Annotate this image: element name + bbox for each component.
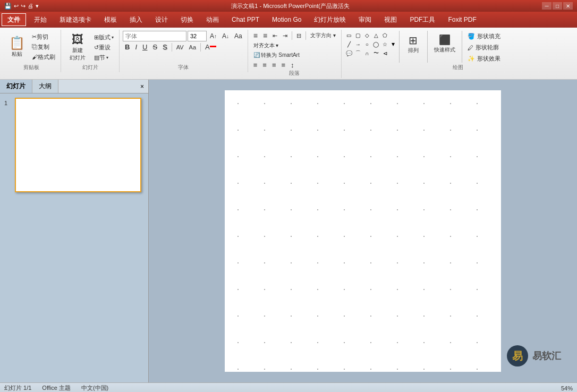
slides-label: 幻灯片 bbox=[61, 64, 119, 71]
copy-button[interactable]: ⿻ 复制 bbox=[30, 42, 57, 52]
review-menu[interactable]: 审阅 bbox=[352, 12, 378, 28]
shape-connector[interactable]: ⌒ bbox=[354, 49, 362, 57]
increase-indent-button[interactable]: ⇥ bbox=[281, 32, 290, 40]
file-menu[interactable]: 文件 bbox=[2, 13, 26, 26]
design-menu[interactable]: 设计 bbox=[149, 12, 174, 28]
slideshow-menu[interactable]: 幻灯片放映 bbox=[308, 12, 352, 28]
layout-button[interactable]: ⊞ 版式▾ bbox=[92, 33, 116, 42]
transitions-menu[interactable]: 切换 bbox=[174, 12, 200, 28]
cut-button[interactable]: ✂ 剪切 bbox=[30, 32, 57, 41]
numbering-button[interactable]: ≡ bbox=[261, 31, 269, 40]
quick-styles-button[interactable]: ⬛ 快速样式 bbox=[431, 31, 459, 57]
home-menu[interactable]: 开始 bbox=[28, 12, 53, 28]
ribbon-content: 📋 粘贴 ✂ 剪切 ⿻ 复制 🖌 格式刷 bbox=[0, 29, 577, 79]
zoom-level[interactable]: 54% bbox=[561, 385, 573, 391]
text-direction-button[interactable]: 文字方向 ▾ bbox=[308, 31, 338, 40]
minimize-button[interactable]: ─ bbox=[542, 2, 551, 10]
template-menu[interactable]: 模板 bbox=[98, 12, 123, 28]
slide-canvas[interactable] bbox=[225, 90, 501, 372]
align-right-button[interactable]: ≡ bbox=[270, 61, 278, 70]
shape-fill-button[interactable]: 🪣 形状填充 bbox=[465, 32, 503, 41]
canvas-area[interactable]: 易 易软汇 bbox=[149, 80, 577, 382]
align-text-button[interactable]: 对齐文本 ▾ bbox=[251, 41, 281, 50]
shape-rounded-rect[interactable]: ▢ bbox=[354, 31, 362, 39]
save-icon[interactable]: 💾 bbox=[4, 3, 12, 10]
shape-circle[interactable]: ○ bbox=[363, 40, 371, 48]
shape-more[interactable]: ⬠ bbox=[381, 31, 389, 39]
maximize-button[interactable]: □ bbox=[553, 2, 562, 10]
format-painter-icon: 🖌 bbox=[32, 54, 38, 60]
format-painter-button[interactable]: 🖌 格式刷 bbox=[30, 53, 57, 62]
strikethrough-button[interactable]: S bbox=[150, 42, 159, 52]
arrange-button[interactable]: ⊞ 排列 bbox=[403, 31, 424, 57]
window-title: 演示文稿1 - Microsoft PowerPoint(产品激活失 bbox=[39, 2, 542, 10]
reset-button[interactable]: ↺ 重设 bbox=[92, 43, 116, 52]
ribbon: 📋 粘贴 ✂ 剪切 ⿻ 复制 🖌 格式刷 bbox=[0, 28, 577, 80]
shapes-palette: ▭ ▢ ◇ △ ⬠ ╱ → ○ ◯ ☆ 💬 ⌒ ∩ bbox=[345, 31, 389, 57]
shadow-button[interactable]: S bbox=[160, 42, 169, 52]
shape-line[interactable]: ╱ bbox=[345, 40, 353, 48]
decrease-font-button[interactable]: A↓ bbox=[220, 32, 231, 40]
font-name-input[interactable] bbox=[123, 31, 186, 41]
bold-button[interactable]: B bbox=[123, 42, 132, 52]
section-button[interactable]: ▤ 节▾ bbox=[92, 53, 116, 62]
slide-thumb-image-1[interactable] bbox=[15, 98, 141, 192]
shapes-dropdown[interactable]: ▾ bbox=[391, 39, 396, 49]
italic-button[interactable]: I bbox=[133, 42, 139, 52]
font-size-input-wrapper bbox=[188, 31, 207, 41]
align-center-button[interactable]: ≡ bbox=[260, 61, 269, 70]
theme-name: Office 主题 bbox=[42, 384, 71, 392]
motion-go-menu[interactable]: Motion Go bbox=[266, 12, 308, 28]
paste-button[interactable]: 📋 粘贴 bbox=[5, 31, 29, 63]
font-size-input[interactable] bbox=[188, 31, 207, 41]
slide-panel-close[interactable]: × bbox=[136, 80, 148, 93]
decrease-indent-button[interactable]: ⇤ bbox=[270, 32, 279, 40]
shape-diamond[interactable]: ◇ bbox=[363, 31, 371, 39]
quick-access[interactable]: 💾 ↩ ↪ 🖨 ▾ bbox=[4, 3, 39, 10]
slides-group: 🖼 新建 幻灯片 ⊞ 版式▾ ↺ 重设 ▤ 节▾ bbox=[61, 30, 120, 72]
pdf-tools-menu[interactable]: PDF工具 bbox=[403, 12, 442, 28]
convert-smartart-button[interactable]: 🔄 转换为 SmartArt bbox=[251, 51, 302, 59]
slide-thumbnail-1: 1 bbox=[4, 98, 144, 192]
change-case-button[interactable]: Aa bbox=[187, 44, 198, 51]
new-tab-menu[interactable]: 新建选项卡 bbox=[53, 12, 98, 28]
view-menu[interactable]: 视图 bbox=[378, 12, 403, 28]
reset-icon: ↺ bbox=[94, 44, 99, 51]
slides-tab[interactable]: 幻灯片 bbox=[0, 80, 32, 93]
shape-callout[interactable]: 💬 bbox=[345, 49, 353, 57]
clear-format-button[interactable]: Aa bbox=[232, 32, 244, 40]
close-button[interactable]: ✕ bbox=[563, 2, 573, 10]
shape-freeform[interactable]: 〜 bbox=[372, 49, 380, 57]
shape-triangle[interactable]: △ bbox=[372, 31, 380, 39]
char-spacing-button[interactable]: AV bbox=[174, 44, 186, 51]
shape-effects-button[interactable]: ✨ 形状效果 bbox=[465, 54, 503, 63]
shape-rect[interactable]: ▭ bbox=[345, 31, 353, 39]
font-color-button[interactable]: A bbox=[203, 42, 218, 52]
menu-bar: 文件 开始 新建选项卡 模板 插入 设计 切换 动画 Chat PPT Moti… bbox=[0, 12, 577, 28]
foxit-pdf-menu[interactable]: Foxit PDF bbox=[442, 12, 482, 28]
increase-font-button[interactable]: A↑ bbox=[208, 32, 219, 40]
align-left-button[interactable]: ≡ bbox=[251, 61, 260, 70]
font-label: 字体 bbox=[120, 64, 248, 71]
underline-button[interactable]: U bbox=[140, 42, 149, 52]
shape-outline-button[interactable]: 🖊 形状轮廓 bbox=[465, 43, 503, 52]
shape-curved[interactable]: ∩ bbox=[363, 49, 371, 57]
shape-oval[interactable]: ◯ bbox=[372, 40, 380, 48]
chatppt-menu[interactable]: Chat PPT bbox=[225, 12, 266, 28]
shape-chevron[interactable]: ⊲ bbox=[381, 49, 389, 57]
outline-tab[interactable]: 大纲 bbox=[32, 80, 58, 93]
print-preview-icon[interactable]: 🖨 bbox=[28, 3, 33, 9]
redo-icon[interactable]: ↪ bbox=[21, 3, 26, 10]
justify-button[interactable]: ≡ bbox=[279, 61, 288, 70]
insert-menu[interactable]: 插入 bbox=[123, 12, 149, 28]
shape-star[interactable]: ☆ bbox=[381, 40, 389, 48]
shape-arrow[interactable]: → bbox=[354, 40, 362, 48]
drawing-label: 绘图 bbox=[342, 64, 575, 71]
new-slide-button[interactable]: 🖼 新建 幻灯片 bbox=[64, 31, 91, 64]
undo-icon[interactable]: ↩ bbox=[14, 3, 19, 10]
line-spacing-button[interactable]: ↕ bbox=[288, 61, 296, 70]
bullets-button[interactable]: ≡ bbox=[251, 31, 260, 40]
columns-button[interactable]: ⊟ bbox=[294, 32, 303, 40]
animations-menu[interactable]: 动画 bbox=[200, 12, 225, 28]
window-controls[interactable]: ─ □ ✕ bbox=[542, 2, 573, 10]
